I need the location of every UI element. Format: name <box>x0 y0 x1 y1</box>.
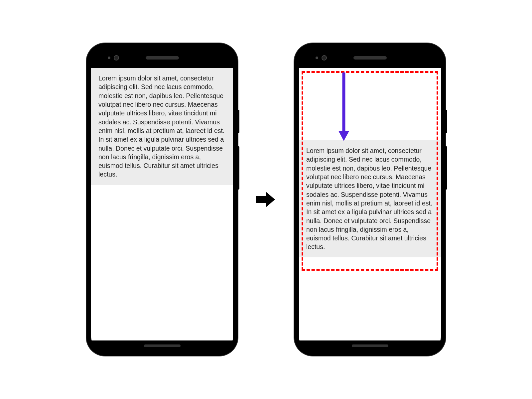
speaker-grille-icon <box>146 56 179 60</box>
phone-right: Lorem ipsum dolor sit amet, consectetur … <box>294 43 446 356</box>
content-text-block: Lorem ipsum dolor sit amet, consectetur … <box>91 68 233 185</box>
sensor-dot-icon <box>316 57 318 59</box>
phone-inner: Lorem ipsum dolor sit amet, consectetur … <box>299 48 441 351</box>
phone-volume-button <box>238 146 239 190</box>
speaker-grille-icon <box>353 56 387 60</box>
camera-cluster <box>108 55 119 61</box>
phone-power-button <box>238 110 239 133</box>
transition-arrow-icon <box>254 188 278 211</box>
lorem-text: Lorem ipsum dolor sit amet, consectetur … <box>98 74 224 178</box>
bottom-speaker-icon <box>352 344 388 347</box>
content-text-block-shifted: Lorem ipsum dolor sit amet, consectetur … <box>299 140 441 257</box>
lorem-text: Lorem ipsum dolor sit amet, consectetur … <box>306 147 432 250</box>
phone-bottom-bezel <box>299 340 441 351</box>
phone-screen-right: Lorem ipsum dolor sit amet, consectetur … <box>299 68 441 340</box>
bottom-speaker-icon <box>144 344 181 347</box>
scroll-down-arrow-icon <box>337 72 350 144</box>
phone-screen-left: Lorem ipsum dolor sit amet, consectetur … <box>91 68 233 340</box>
phone-top-bezel <box>91 48 233 68</box>
phone-power-button <box>446 110 447 133</box>
phone-left: Lorem ipsum dolor sit amet, consectetur … <box>86 43 238 356</box>
phone-top-bezel <box>299 48 441 68</box>
phone-inner: Lorem ipsum dolor sit amet, consectetur … <box>91 48 233 351</box>
phone-volume-button <box>446 146 447 190</box>
camera-icon <box>114 55 119 61</box>
sensor-dot-icon <box>108 57 110 59</box>
camera-icon <box>322 55 327 61</box>
phone-bottom-bezel <box>91 340 233 351</box>
camera-cluster <box>316 55 327 61</box>
